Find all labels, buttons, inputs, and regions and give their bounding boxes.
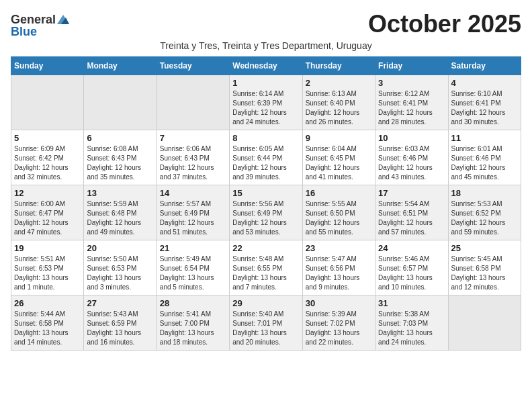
- day-info: Sunrise: 5:56 AM Sunset: 6:49 PM Dayligh…: [232, 199, 299, 237]
- calendar-week-row: 5Sunrise: 6:09 AM Sunset: 6:42 PM Daylig…: [11, 130, 521, 185]
- calendar-cell: 22Sunrise: 5:48 AM Sunset: 6:55 PM Dayli…: [230, 240, 302, 295]
- day-number: 23: [306, 243, 372, 253]
- day-info: Sunrise: 5:41 AM Sunset: 7:00 PM Dayligh…: [160, 310, 226, 347]
- day-number: 9: [306, 133, 372, 143]
- calendar-cell: 15Sunrise: 5:56 AM Sunset: 6:49 PM Dayli…: [230, 185, 302, 240]
- calendar-cell: 1Sunrise: 6:14 AM Sunset: 6:39 PM Daylig…: [230, 75, 302, 130]
- calendar-cell: 21Sunrise: 5:49 AM Sunset: 6:54 PM Dayli…: [157, 240, 229, 295]
- calendar-cell: 7Sunrise: 6:06 AM Sunset: 6:43 PM Daylig…: [157, 130, 229, 185]
- day-info: Sunrise: 6:03 AM Sunset: 6:46 PM Dayligh…: [378, 144, 445, 182]
- calendar-cell: 16Sunrise: 5:55 AM Sunset: 6:50 PM Dayli…: [302, 185, 375, 240]
- day-info: Sunrise: 5:43 AM Sunset: 6:59 PM Dayligh…: [87, 310, 153, 347]
- day-info: Sunrise: 5:47 AM Sunset: 6:56 PM Dayligh…: [306, 255, 372, 292]
- calendar-header-saturday: Saturday: [448, 57, 521, 75]
- calendar-cell: 20Sunrise: 5:50 AM Sunset: 6:53 PM Dayli…: [84, 240, 157, 295]
- logo-blue-text: Blue: [11, 26, 37, 38]
- day-number: 19: [14, 243, 81, 253]
- calendar-cell: [84, 75, 157, 130]
- calendar-cell: 26Sunrise: 5:44 AM Sunset: 6:58 PM Dayli…: [11, 295, 84, 351]
- calendar-cell: 11Sunrise: 6:01 AM Sunset: 6:46 PM Dayli…: [448, 130, 521, 185]
- day-number: 25: [451, 243, 518, 253]
- calendar-header-tuesday: Tuesday: [157, 57, 229, 75]
- day-number: 10: [378, 133, 445, 143]
- calendar-cell: 3Sunrise: 6:12 AM Sunset: 6:41 PM Daylig…: [375, 75, 448, 130]
- day-number: 27: [87, 298, 153, 308]
- day-info: Sunrise: 5:38 AM Sunset: 7:03 PM Dayligh…: [378, 310, 445, 347]
- calendar-table: SundayMondayTuesdayWednesdayThursdayFrid…: [11, 56, 521, 351]
- day-number: 3: [378, 78, 445, 88]
- day-number: 1: [232, 78, 299, 88]
- calendar-cell: 6Sunrise: 6:08 AM Sunset: 6:43 PM Daylig…: [84, 130, 157, 185]
- calendar-cell: 19Sunrise: 5:51 AM Sunset: 6:53 PM Dayli…: [11, 240, 84, 295]
- page-header: General Blue October 2025: [11, 11, 521, 38]
- day-number: 7: [160, 133, 226, 143]
- day-info: Sunrise: 6:08 AM Sunset: 6:43 PM Dayligh…: [87, 144, 153, 182]
- day-info: Sunrise: 6:12 AM Sunset: 6:41 PM Dayligh…: [378, 89, 445, 127]
- day-number: 21: [160, 243, 226, 253]
- calendar-header-friday: Friday: [375, 57, 448, 75]
- calendar-cell: [11, 75, 84, 130]
- day-info: Sunrise: 5:51 AM Sunset: 6:53 PM Dayligh…: [14, 255, 81, 292]
- calendar-cell: 18Sunrise: 5:53 AM Sunset: 6:52 PM Dayli…: [448, 185, 521, 240]
- day-number: 16: [306, 188, 372, 198]
- calendar-cell: 28Sunrise: 5:41 AM Sunset: 7:00 PM Dayli…: [157, 295, 229, 351]
- day-info: Sunrise: 6:05 AM Sunset: 6:44 PM Dayligh…: [232, 144, 299, 182]
- day-number: 26: [14, 298, 81, 308]
- calendar-cell: 27Sunrise: 5:43 AM Sunset: 6:59 PM Dayli…: [84, 295, 157, 351]
- calendar-header-monday: Monday: [84, 57, 157, 75]
- day-info: Sunrise: 5:55 AM Sunset: 6:50 PM Dayligh…: [306, 199, 372, 237]
- day-number: 18: [451, 188, 518, 198]
- day-info: Sunrise: 6:10 AM Sunset: 6:41 PM Dayligh…: [451, 89, 518, 127]
- logo-icon: [57, 15, 69, 24]
- calendar-cell: 29Sunrise: 5:40 AM Sunset: 7:01 PM Dayli…: [230, 295, 302, 351]
- calendar-week-row: 26Sunrise: 5:44 AM Sunset: 6:58 PM Dayli…: [11, 295, 521, 351]
- day-info: Sunrise: 6:06 AM Sunset: 6:43 PM Dayligh…: [160, 144, 226, 182]
- logo-general-text: General: [11, 13, 56, 26]
- calendar-cell: [448, 295, 521, 351]
- day-number: 24: [378, 243, 445, 253]
- calendar-week-row: 12Sunrise: 6:00 AM Sunset: 6:47 PM Dayli…: [11, 185, 521, 240]
- day-info: Sunrise: 5:44 AM Sunset: 6:58 PM Dayligh…: [14, 310, 81, 347]
- calendar-cell: 17Sunrise: 5:54 AM Sunset: 6:51 PM Dayli…: [375, 185, 448, 240]
- day-number: 6: [87, 133, 153, 143]
- day-info: Sunrise: 6:01 AM Sunset: 6:46 PM Dayligh…: [451, 144, 518, 182]
- day-info: Sunrise: 6:00 AM Sunset: 6:47 PM Dayligh…: [14, 199, 81, 237]
- day-info: Sunrise: 5:49 AM Sunset: 6:54 PM Dayligh…: [160, 255, 226, 292]
- calendar-cell: 24Sunrise: 5:46 AM Sunset: 6:57 PM Dayli…: [375, 240, 448, 295]
- day-info: Sunrise: 5:50 AM Sunset: 6:53 PM Dayligh…: [87, 255, 153, 292]
- calendar-cell: 31Sunrise: 5:38 AM Sunset: 7:03 PM Dayli…: [375, 295, 448, 351]
- calendar-cell: 23Sunrise: 5:47 AM Sunset: 6:56 PM Dayli…: [302, 240, 375, 295]
- day-info: Sunrise: 6:04 AM Sunset: 6:45 PM Dayligh…: [306, 144, 372, 182]
- day-info: Sunrise: 6:14 AM Sunset: 6:39 PM Dayligh…: [232, 89, 299, 127]
- day-number: 2: [306, 78, 372, 88]
- calendar-cell: 4Sunrise: 6:10 AM Sunset: 6:41 PM Daylig…: [448, 75, 521, 130]
- day-number: 29: [232, 298, 299, 308]
- calendar-cell: [157, 75, 229, 130]
- day-info: Sunrise: 5:57 AM Sunset: 6:49 PM Dayligh…: [160, 199, 226, 237]
- day-number: 4: [451, 78, 518, 88]
- day-info: Sunrise: 5:54 AM Sunset: 6:51 PM Dayligh…: [378, 199, 445, 237]
- calendar-cell: 14Sunrise: 5:57 AM Sunset: 6:49 PM Dayli…: [157, 185, 229, 240]
- day-number: 8: [232, 133, 299, 143]
- calendar-cell: 10Sunrise: 6:03 AM Sunset: 6:46 PM Dayli…: [375, 130, 448, 185]
- day-number: 28: [160, 298, 226, 308]
- day-info: Sunrise: 6:13 AM Sunset: 6:40 PM Dayligh…: [306, 89, 372, 127]
- calendar-cell: 9Sunrise: 6:04 AM Sunset: 6:45 PM Daylig…: [302, 130, 375, 185]
- calendar-cell: 8Sunrise: 6:05 AM Sunset: 6:44 PM Daylig…: [230, 130, 302, 185]
- calendar-cell: 30Sunrise: 5:39 AM Sunset: 7:02 PM Dayli…: [302, 295, 375, 351]
- day-info: Sunrise: 5:45 AM Sunset: 6:58 PM Dayligh…: [451, 255, 518, 292]
- day-info: Sunrise: 5:40 AM Sunset: 7:01 PM Dayligh…: [232, 310, 299, 347]
- logo: General Blue: [11, 13, 69, 38]
- day-info: Sunrise: 5:48 AM Sunset: 6:55 PM Dayligh…: [232, 255, 299, 292]
- day-info: Sunrise: 5:39 AM Sunset: 7:02 PM Dayligh…: [306, 310, 372, 347]
- calendar-cell: 2Sunrise: 6:13 AM Sunset: 6:40 PM Daylig…: [302, 75, 375, 130]
- day-number: 31: [378, 298, 445, 308]
- day-number: 11: [451, 133, 518, 143]
- day-info: Sunrise: 5:46 AM Sunset: 6:57 PM Dayligh…: [378, 255, 445, 292]
- day-info: Sunrise: 5:53 AM Sunset: 6:52 PM Dayligh…: [451, 199, 518, 237]
- calendar-cell: 13Sunrise: 5:59 AM Sunset: 6:48 PM Dayli…: [84, 185, 157, 240]
- calendar-cell: 5Sunrise: 6:09 AM Sunset: 6:42 PM Daylig…: [11, 130, 84, 185]
- day-number: 14: [160, 188, 226, 198]
- day-number: 12: [14, 188, 81, 198]
- day-number: 17: [378, 188, 445, 198]
